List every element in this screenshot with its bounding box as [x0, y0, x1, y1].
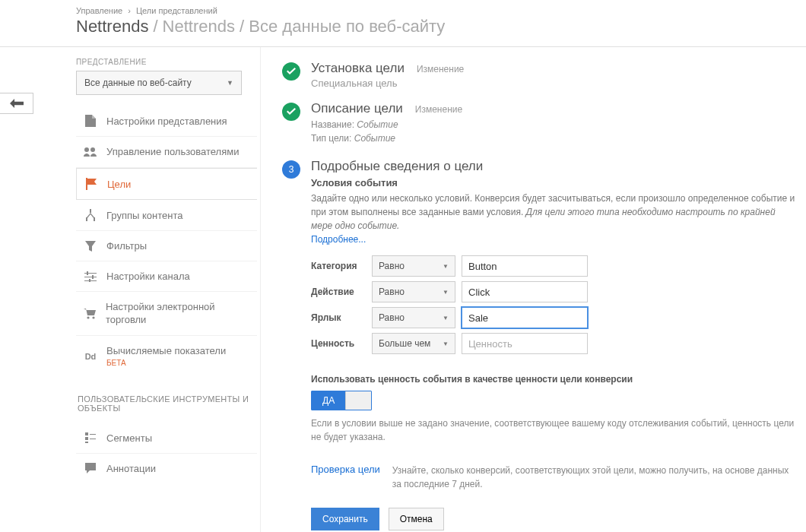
sidebar-item-annotations[interactable]: Аннотации	[76, 454, 257, 483]
step-details: 3 Подробные сведения о цели Условия собы…	[282, 159, 797, 530]
caret-down-icon: ▼	[443, 340, 449, 347]
svg-rect-10	[90, 439, 96, 439]
sidebar-item-content-groups[interactable]: Группы контента	[76, 200, 257, 231]
svg-point-6	[93, 316, 95, 318]
toggle-on-label: ДА	[312, 391, 345, 410]
op-value-select[interactable]: Больше чем▼	[372, 333, 455, 354]
sidebar-view-label: ПРЕДСТАВЛЕНИЕ	[76, 58, 260, 66]
input-action[interactable]	[462, 281, 588, 302]
svg-point-5	[87, 316, 90, 318]
view-selector-value: Все данные по веб-сайту	[84, 78, 192, 88]
svg-rect-9	[85, 437, 88, 440]
step-meta: Название: Событие Тип цели: Событие	[311, 118, 462, 145]
use-event-value-toggle[interactable]: ДА	[311, 391, 372, 410]
conditions-help: Задайте одно или несколько условий. Конв…	[311, 192, 797, 233]
verify-goal-link[interactable]: Проверка цели	[311, 464, 380, 475]
check-icon	[282, 103, 300, 121]
sidebar-item-filters[interactable]: Фильтры	[76, 231, 257, 261]
step-edit-link[interactable]: Изменение	[415, 104, 462, 115]
toggle-off-side	[345, 391, 371, 410]
input-value[interactable]	[462, 333, 588, 354]
breadcrumb-separator: ›	[125, 6, 134, 15]
svg-rect-11	[85, 442, 88, 443]
label-label: Ярлык	[311, 312, 366, 323]
breadcrumb-admin[interactable]: Управление	[76, 6, 122, 15]
sidebar-item-label: Настройки электронной торговли	[106, 301, 249, 326]
sidebar-nav-tools: Сегменты Аннотации	[76, 423, 257, 483]
svg-point-1	[90, 147, 95, 152]
learn-more-link[interactable]: Подробнее...	[311, 234, 366, 245]
svg-rect-8	[90, 434, 96, 435]
sidebar-item-label: Сегменты	[106, 432, 152, 444]
title-main: Nettrends	[76, 17, 148, 36]
op-category-select[interactable]: Равно▼	[372, 255, 455, 277]
step-edit-link[interactable]: Изменение	[417, 64, 464, 74]
people-icon	[84, 147, 97, 157]
caret-down-icon: ▼	[443, 289, 449, 296]
back-button[interactable]	[0, 93, 33, 114]
sidebar-item-channel-settings[interactable]: Настройки канала	[76, 261, 257, 292]
funnel-icon	[84, 241, 97, 252]
segments-icon	[84, 432, 97, 443]
cancel-button[interactable]: Отмена	[389, 508, 444, 530]
title-rest: / Nettrends / Все данные по веб-сайту	[153, 17, 445, 36]
step-setup: Установка цели Изменение Специальная цел…	[282, 61, 797, 97]
input-label[interactable]	[462, 307, 588, 328]
sidebar-item-label: Настройки канала	[106, 271, 190, 282]
view-selector[interactable]: Все данные по веб-сайту ▼	[76, 71, 242, 95]
step-description: Описание цели Изменение Название: Событи…	[282, 101, 797, 154]
beta-badge: БЕТА	[106, 359, 226, 369]
sidebar: ПРЕДСТАВЛЕНИЕ Все данные по веб-сайту ▼ …	[62, 47, 260, 532]
document-icon	[84, 115, 97, 127]
speech-icon	[84, 463, 97, 473]
flag-icon	[84, 178, 98, 190]
sliders-icon	[84, 271, 97, 282]
conditions-heading: Условия события	[311, 177, 797, 188]
sidebar-item-segments[interactable]: Сегменты	[76, 423, 257, 454]
caret-down-icon: ▼	[227, 79, 233, 87]
sidebar-item-label: Настройки представления	[106, 116, 227, 127]
input-category[interactable]	[462, 255, 588, 277]
toggle-title: Использовать ценность события в качестве…	[311, 374, 797, 385]
page-title: Nettrends / Nettrends / Все данные по ве…	[76, 17, 806, 36]
step-title: Подробные сведения о цели	[311, 159, 483, 174]
top-area: Управление › Цели представлений Nettrend…	[0, 0, 806, 47]
svg-rect-2	[87, 271, 88, 275]
sidebar-item-label: Группы контента	[106, 210, 182, 221]
sidebar-item-label: Управление пользователями	[106, 146, 239, 158]
conditions-table: Категория Равно▼ Действие Равно▼ Ярлык Р…	[311, 255, 797, 354]
toggle-section: Использовать ценность события в качестве…	[311, 374, 797, 444]
step-number-badge: 3	[282, 160, 300, 179]
op-action-select[interactable]: Равно▼	[372, 281, 455, 302]
op-label-select[interactable]: Равно▼	[372, 307, 455, 328]
sidebar-section-tools: ПОЛЬЗОВАТЕЛЬСКИЕ ИНСТРУМЕНТЫ И ОБЪЕКТЫ	[78, 394, 260, 413]
form-actions: Сохранить Отмена	[311, 508, 797, 530]
step-title: Установка цели	[311, 61, 405, 76]
breadcrumb-goals[interactable]: Цели представлений	[136, 6, 217, 15]
sidebar-item-users[interactable]: Управление пользователями	[76, 137, 257, 168]
sidebar-nav: Настройки представления Управление польз…	[76, 106, 257, 378]
sidebar-item-goals[interactable]: Цели	[76, 168, 257, 200]
branch-icon	[84, 209, 97, 221]
svg-rect-4	[89, 279, 90, 282]
step-title: Описание цели	[311, 101, 403, 116]
sidebar-item-label: Вычисляемые показатели БЕТА	[106, 345, 226, 369]
svg-rect-3	[92, 275, 94, 279]
verify-row: Проверка цели Узнайте, сколько конверсий…	[311, 464, 797, 491]
svg-rect-7	[85, 432, 88, 435]
sidebar-item-calculated-metrics[interactable]: Dd Вычисляемые показатели БЕТА	[76, 336, 257, 378]
label-value: Ценность	[311, 338, 366, 349]
goal-steps: Установка цели Изменение Специальная цел…	[282, 61, 797, 530]
caret-down-icon: ▼	[443, 263, 449, 270]
content: Установка цели Изменение Специальная цел…	[260, 47, 806, 532]
check-icon	[282, 62, 300, 81]
cart-icon	[84, 309, 97, 319]
toggle-note: Если в условии выше не задано значение, …	[311, 416, 797, 444]
save-button[interactable]: Сохранить	[311, 508, 379, 530]
sidebar-item-label: Аннотации	[106, 463, 156, 474]
caret-down-icon: ▼	[443, 315, 449, 321]
svg-point-0	[84, 147, 89, 152]
sidebar-item-ecommerce[interactable]: Настройки электронной торговли	[76, 292, 257, 336]
sidebar-item-view-settings[interactable]: Настройки представления	[76, 106, 257, 137]
breadcrumb: Управление › Цели представлений	[76, 6, 806, 15]
